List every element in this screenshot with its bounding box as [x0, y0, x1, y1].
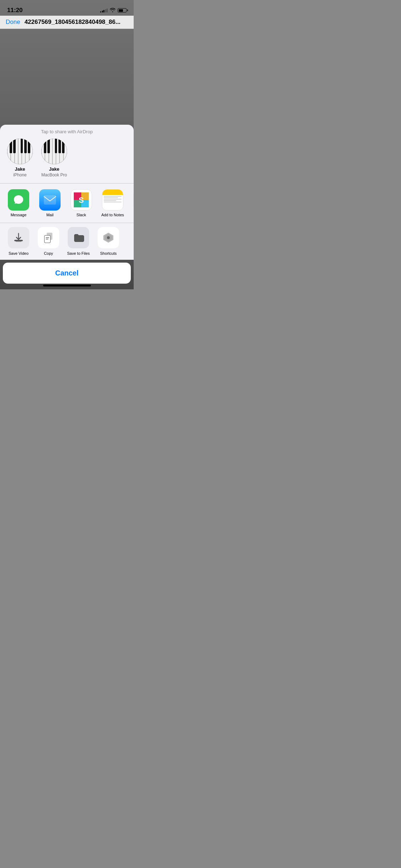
app-row: Message Mail — [0, 184, 134, 223]
device-sub-macbook: MacBook Pro — [41, 172, 67, 177]
device-name-macbook: Jake — [49, 166, 60, 172]
copy-label: Copy — [44, 251, 53, 255]
action-shortcuts[interactable]: Shortcuts — [96, 227, 121, 255]
app-item-mail[interactable]: Mail — [37, 189, 63, 217]
svg-text:S: S — [79, 195, 84, 204]
bar2 — [102, 11, 103, 12]
save-video-icon-wrap — [8, 227, 29, 248]
svg-rect-11 — [16, 241, 21, 242]
battery-icon — [118, 8, 127, 12]
slack-label: Slack — [77, 213, 86, 217]
nav-bar: Done 42267569_180456182840498_86... — [0, 16, 134, 29]
done-button[interactable]: Done — [6, 19, 20, 26]
battery-fill — [119, 9, 123, 12]
save-files-label: Save to Files — [67, 251, 90, 255]
app-item-slack[interactable]: S Slack — [68, 189, 94, 217]
mail-icon — [39, 189, 61, 211]
svg-point-17 — [107, 236, 110, 239]
cancel-button[interactable]: Cancel — [3, 263, 131, 284]
bar4 — [105, 9, 106, 12]
status-bar: 11:20 — [0, 0, 134, 16]
status-time: 11:20 — [7, 7, 22, 14]
bar3 — [103, 10, 104, 12]
airdrop-device-macbook[interactable]: Jake MacBook Pro — [40, 139, 68, 177]
svg-rect-0 — [44, 195, 56, 205]
piano-key-w3 — [15, 139, 18, 164]
airdrop-header: Tap to share with AirDrop — [0, 129, 134, 139]
notes-label: Add to Notes — [101, 213, 124, 217]
bar5 — [107, 9, 108, 12]
more-icon — [133, 189, 134, 211]
svg-rect-10 — [14, 240, 23, 241]
piano-key-w7 — [29, 139, 33, 164]
device-sub-iphone: iPhone — [13, 172, 26, 177]
cancel-label: Cancel — [55, 269, 79, 277]
mail-label: Mail — [46, 213, 53, 217]
airdrop-devices: Jake iPhone — [0, 139, 134, 183]
app-item-message[interactable]: Message — [6, 189, 31, 217]
status-icons — [100, 8, 127, 13]
device-avatar-iphone — [7, 139, 33, 164]
device-avatar-macbook — [41, 139, 67, 164]
slack-icon: S — [71, 189, 92, 211]
piano-key2-w3 — [49, 139, 52, 164]
save-files-icon-wrap — [68, 227, 89, 248]
airdrop-panel: Tap to share with AirDrop — [0, 125, 134, 260]
device-name-iphone: Jake — [15, 166, 25, 172]
notes-app-icon — [102, 189, 123, 211]
shortcuts-label: Shortcuts — [100, 251, 117, 255]
action-save-files[interactable]: Save to Files — [66, 227, 91, 255]
piano-key2-w7 — [63, 139, 67, 164]
save-video-label: Save Video — [9, 251, 29, 255]
message-icon — [8, 189, 29, 211]
home-indicator — [43, 285, 91, 286]
action-row: Save Video Copy — [0, 223, 134, 260]
share-sheet: Tap to share with AirDrop — [0, 125, 134, 289]
app-item-notes[interactable]: Add to Notes — [100, 189, 125, 217]
app-item-more[interactable]: More — [131, 189, 134, 217]
message-label: Message — [11, 213, 27, 217]
shortcuts-icon-wrap — [98, 227, 119, 248]
copy-icon-wrap — [38, 227, 59, 248]
wifi-icon — [110, 8, 115, 13]
action-copy[interactable]: Copy — [36, 227, 61, 255]
airdrop-device-iphone[interactable]: Jake iPhone — [6, 139, 34, 177]
bar1 — [100, 11, 101, 12]
action-save-video[interactable]: Save Video — [6, 227, 31, 255]
nav-title: 42267569_180456182840498_86... — [25, 19, 128, 26]
signal-bars-icon — [100, 8, 108, 12]
